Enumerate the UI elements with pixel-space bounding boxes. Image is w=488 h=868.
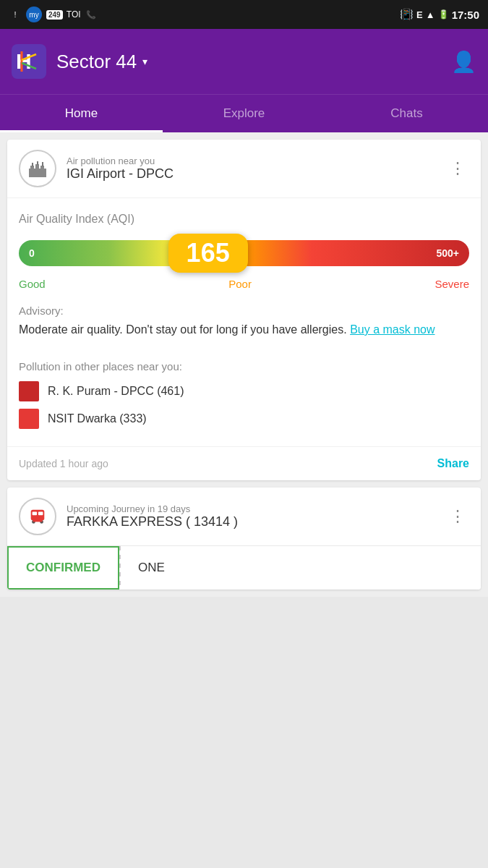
svg-rect-14 (38, 512, 43, 516)
journey-subtitle: Upcoming Journey in 19 days (67, 503, 238, 514)
train-icon (19, 498, 56, 535)
main-content: Air pollution near you IGI Airport - DPC… (0, 132, 488, 597)
app-logo: H (12, 44, 46, 79)
signal-bars-icon: ▲ (426, 9, 435, 20)
air-pollution-subtitle: Air pollution near you (67, 156, 174, 166)
place-color-indicator (19, 409, 39, 429)
card-header-left: Air pollution near you IGI Airport - DPC… (19, 150, 174, 187)
aqi-bubble: 165 (168, 234, 248, 273)
tab-chats[interactable]: Chats (325, 95, 488, 132)
one-text: ONE (121, 548, 182, 588)
list-item: R. K. Puram - DPCC (461) (19, 381, 469, 401)
svg-rect-9 (32, 163, 33, 166)
status-bar-right: 📳 E ▲ 🔋 17:50 (400, 8, 479, 21)
location-name[interactable]: Sector 44 ▾ (56, 51, 147, 73)
label-severe: Severe (435, 278, 469, 290)
advisory-text: Moderate air quality. Don't stay out for… (19, 321, 469, 339)
advisory-body: Moderate air quality. Don't stay out for… (19, 323, 347, 336)
app-header: H Sector 44 ▾ 👤 (0, 29, 488, 94)
air-pollution-card: Air pollution near you IGI Airport - DPC… (7, 140, 481, 480)
tab-explore[interactable]: Explore (163, 95, 325, 132)
vibrate-icon: 📳 (400, 8, 414, 21)
exclamation-icon: ! (9, 8, 22, 21)
aqi-section: Air Quality Index (AQI) 0 500+ 165 Good … (7, 198, 481, 305)
other-places-section: Pollution in other places near you: R. K… (7, 350, 481, 446)
label-good: Good (19, 278, 46, 290)
aqi-gauge: 0 500+ 165 (19, 240, 469, 266)
signal-icon: E (416, 9, 423, 20)
bus-badge: 249 (46, 10, 63, 20)
svg-rect-13 (33, 512, 37, 516)
nav-tabs: Home Explore Chats (0, 94, 488, 132)
factory-icon (19, 150, 56, 187)
air-pollution-card-header: Air pollution near you IGI Airport - DPC… (7, 140, 481, 198)
journey-card: Upcoming Journey in 19 days FARKKA EXPRE… (7, 488, 481, 590)
journey-text: Upcoming Journey in 19 days FARKKA EXPRE… (67, 503, 238, 529)
profile-icon[interactable]: 👤 (451, 50, 476, 74)
svg-rect-17 (33, 520, 43, 522)
aqi-label: Air Quality Index (AQI) (19, 213, 469, 226)
journey-card-header: Upcoming Journey in 19 days FARKKA EXPRE… (7, 488, 481, 545)
aqi-scale-labels: Good Poor Severe (19, 278, 469, 290)
advisory-section: Advisory: Moderate air quality. Don't st… (7, 305, 481, 350)
status-bar-left: ! my 249 TOI 📞 (9, 7, 98, 22)
location-text: Sector 44 (56, 51, 137, 73)
header-left: H Sector 44 ▾ (12, 44, 147, 79)
svg-text:H: H (16, 49, 32, 73)
my-icon: my (26, 7, 42, 22)
aqi-bar-start: 0 (29, 247, 35, 259)
toi-icon: TOI (67, 8, 80, 21)
air-pollution-title: IGI Airport - DPCC (67, 166, 174, 182)
journey-header-left: Upcoming Journey in 19 days FARKKA EXPRE… (19, 498, 238, 535)
updated-text: Updated 1 hour ago (19, 458, 108, 469)
card-footer: Updated 1 hour ago Share (7, 446, 481, 480)
battery-icon: 🔋 (438, 9, 449, 20)
confirmed-badge: CONFIRMED (7, 546, 119, 590)
other-places-title: Pollution in other places near you: (19, 360, 469, 373)
journey-title: FARKKA EXPRESS ( 13414 ) (67, 514, 238, 529)
share-button[interactable]: Share (437, 457, 469, 470)
place-name: R. K. Puram - DPCC (461) (48, 385, 184, 398)
clock-display: 17:50 (452, 9, 479, 21)
place-name: NSIT Dwarka (333) (48, 412, 147, 425)
dropdown-arrow-icon: ▾ (142, 56, 147, 67)
journey-more-options-button[interactable]: ⋮ (447, 504, 469, 529)
buy-mask-link[interactable]: Buy a mask now (350, 323, 435, 336)
status-bar: ! my 249 TOI 📞 📳 E ▲ 🔋 17:50 (0, 0, 488, 29)
missed-call-icon: 📞 (85, 8, 98, 21)
label-poor: Poor (228, 278, 252, 290)
tab-home[interactable]: Home (0, 95, 163, 132)
card-header-text: Air pollution near you IGI Airport - DPC… (67, 156, 174, 182)
place-color-indicator (19, 381, 39, 401)
more-options-button[interactable]: ⋮ (447, 156, 469, 181)
svg-rect-5 (29, 169, 46, 177)
svg-rect-11 (42, 162, 43, 166)
aqi-value: 165 (187, 238, 230, 268)
aqi-bar-end: 500+ (436, 247, 459, 259)
svg-rect-10 (37, 161, 38, 165)
list-item: NSIT Dwarka (333) (19, 409, 469, 429)
advisory-title: Advisory: (19, 305, 469, 317)
confirmed-section: CONFIRMED ONE (7, 545, 481, 590)
